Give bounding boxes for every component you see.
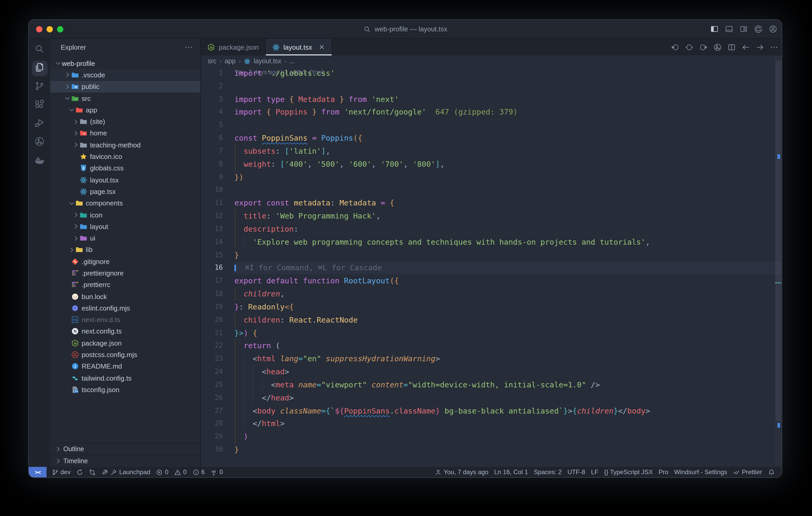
code-line-25[interactable]: 25 <meta name="viewport" content="width=… (201, 378, 782, 392)
status-errors[interactable]: 0 (153, 467, 171, 477)
status-compare-changes[interactable] (86, 467, 98, 477)
tree-item-lib[interactable]: lib (50, 244, 200, 256)
window-minimize-button[interactable] (47, 26, 53, 32)
scrollbar-slider[interactable] (775, 61, 781, 421)
navigate-forward-circle-icon[interactable] (699, 42, 708, 52)
activity-item-source-control[interactable] (32, 79, 47, 95)
status-infos[interactable]: 6 (190, 467, 207, 477)
code-line-1[interactable]: 1import './globals.css' (201, 67, 782, 80)
tree-item-app[interactable]: app (50, 104, 200, 116)
code-line-24[interactable]: 24 <head> (201, 365, 782, 378)
status-sync-changes[interactable] (74, 467, 86, 477)
code-line-2[interactable]: 2 (201, 80, 782, 93)
code-line-17[interactable]: 17export default function RootLayout({ (201, 275, 782, 288)
tab-layout-tsx[interactable]: layout.tsx (265, 39, 332, 55)
tree-item--site-[interactable]: (site) (50, 116, 200, 127)
status-blame-status[interactable]: You, 7 days ago (432, 467, 491, 477)
status-git-branch[interactable]: dev (49, 467, 74, 477)
more-actions-icon[interactable] (770, 42, 779, 52)
code-line-22[interactable]: 22 return ( (201, 339, 782, 353)
sidebar-section-outline[interactable]: Outline (50, 443, 200, 455)
tree-item-home[interactable]: ⌂home (50, 127, 200, 139)
close-icon[interactable] (318, 43, 325, 51)
activity-item-explorer[interactable] (32, 60, 47, 76)
activity-item-git-graph[interactable] (32, 134, 47, 150)
split-editor-icon[interactable] (727, 42, 736, 52)
code-line-18[interactable]: 18 children, (201, 287, 782, 301)
navigate-back-circle-icon[interactable] (671, 42, 679, 52)
git-graph-icon[interactable] (713, 42, 722, 52)
code-line-23[interactable]: 23 <html lang="en" suppressHydrationWarn… (201, 352, 782, 365)
window-title-search[interactable]: web-profile — layout.tsx (363, 20, 447, 38)
tree-item--vscode[interactable]: .vscode (50, 69, 200, 81)
tree-item-favicon-ico[interactable]: favicon.ico (50, 151, 200, 162)
code-line-4[interactable]: 4import { Poppins } from 'next/font/goog… (201, 106, 782, 119)
go-forward-icon[interactable] (755, 42, 764, 52)
tree-item--prettierignore[interactable]: .prettierignore (50, 267, 200, 279)
tree-item-layout[interactable]: layout (50, 221, 200, 232)
tree-item-next-config-ts[interactable]: Nnext.config.ts (50, 326, 200, 337)
activity-item-search[interactable] (32, 42, 47, 58)
breadcrumb-item[interactable]: app (225, 58, 236, 65)
code-line-5[interactable]: 5 (201, 119, 782, 132)
tree-item-web-profile[interactable]: web-profile (50, 58, 200, 69)
remote-indicator[interactable]: >< (29, 467, 47, 477)
status-language-mode[interactable]: {} TypeScript JSX (601, 467, 656, 477)
activity-item-docker[interactable] (32, 153, 47, 169)
code-line-15[interactable]: 15} (201, 249, 782, 262)
sidebar-more-actions-button[interactable]: ⋯ (185, 42, 193, 52)
status-formatter[interactable]: Prettier (730, 467, 765, 477)
code-line-16[interactable]: 16 ⌘I for Command, ⌘L for Cascade (201, 262, 782, 275)
tree-item-tsconfig-json[interactable]: TStsconfig.json (50, 384, 200, 396)
status-windsurf-settings[interactable]: Windsurf - Settings (671, 467, 730, 477)
code-line-30[interactable]: 30} (201, 443, 782, 456)
tree-item-globals-css[interactable]: 3globals.css (50, 162, 200, 174)
toggle-panel-icon[interactable] (725, 25, 733, 33)
tree-item--gitignore[interactable]: .gitignore (50, 256, 200, 267)
tree-item-postcss-config-mjs[interactable]: postcss.config.mjs (50, 349, 200, 361)
code-line-28[interactable]: 28 </html> (201, 418, 782, 430)
code-line-26[interactable]: 26 </head> (201, 391, 782, 404)
code-line-9[interactable]: 9}) (201, 171, 782, 184)
tree-item-eslint-config-mjs[interactable]: eslint.config.mjs (50, 302, 200, 314)
status-cursor-position[interactable]: Ln 16, Col 1 (491, 467, 531, 477)
account-icon[interactable] (768, 25, 778, 33)
toggle-primary-sidebar-icon[interactable] (710, 25, 719, 33)
tree-item-src[interactable]: ‹›src (50, 93, 200, 104)
code-line-8[interactable]: 8 weight: ['400', '500', '600', '700', '… (201, 158, 782, 171)
tab-package-json[interactable]: JSpackage.json (201, 39, 265, 55)
go-back-icon[interactable] (742, 42, 750, 52)
tree-item-page-tsx[interactable]: page.tsx (50, 186, 200, 198)
tree-item-next-env-d-ts[interactable]: TSnext-env.d.ts (50, 314, 200, 326)
tree-item--prettierrc[interactable]: .prettierrc (50, 279, 200, 291)
code-line-11[interactable]: 11export const metadata: Metadata = { (201, 197, 782, 210)
tree-item-layout-tsx[interactable]: layout.tsx (50, 174, 200, 186)
breadcrumb-item[interactable]: layout.tsx (254, 58, 282, 65)
tree-item-tailwind-config-ts[interactable]: tailwind.config.ts (50, 372, 200, 384)
status-notifications[interactable] (765, 467, 778, 477)
tree-item-bun-lock[interactable]: bun.lock (50, 291, 200, 302)
tree-item-icon[interactable]: icon (50, 209, 200, 221)
tree-item-public[interactable]: ⊕public (50, 81, 200, 93)
code-line-19[interactable]: 19}: Readonly<{ (201, 301, 782, 314)
window-zoom-button[interactable] (57, 26, 63, 32)
status-pro-plan[interactable]: Pro (656, 467, 671, 477)
sidebar-section-timeline[interactable]: Timeline (50, 455, 200, 467)
status-warnings[interactable]: 0 (171, 467, 190, 477)
window-close-button[interactable] (36, 26, 42, 32)
code-line-29[interactable]: 29 ) (201, 430, 782, 443)
tree-item-README-md[interactable]: iREADME.md (50, 361, 200, 372)
code-line-14[interactable]: 14 'Explore web programming concepts and… (201, 236, 782, 249)
tree-item-components[interactable]: components (50, 198, 200, 209)
status-launchpad[interactable]: Launchpad (98, 467, 153, 477)
code-line-20[interactable]: 20 children: React.ReactNode (201, 313, 782, 327)
navigate-position-icon[interactable] (685, 42, 694, 52)
activity-item-run-and-debug[interactable] (32, 116, 47, 132)
status-eol[interactable]: LF (588, 467, 601, 477)
tree-item-teaching-method[interactable]: teaching-method (50, 139, 200, 151)
breadcrumb-item[interactable]: src (208, 58, 216, 65)
code-line-12[interactable]: 12 title: 'Web Programming Hack', (201, 210, 782, 223)
code-line-3[interactable]: 3import type { Metadata } from 'next' (201, 93, 782, 106)
breadcrumb-item[interactable]: ... (290, 58, 295, 65)
tree-item-package-json[interactable]: JSpackage.json (50, 337, 200, 349)
